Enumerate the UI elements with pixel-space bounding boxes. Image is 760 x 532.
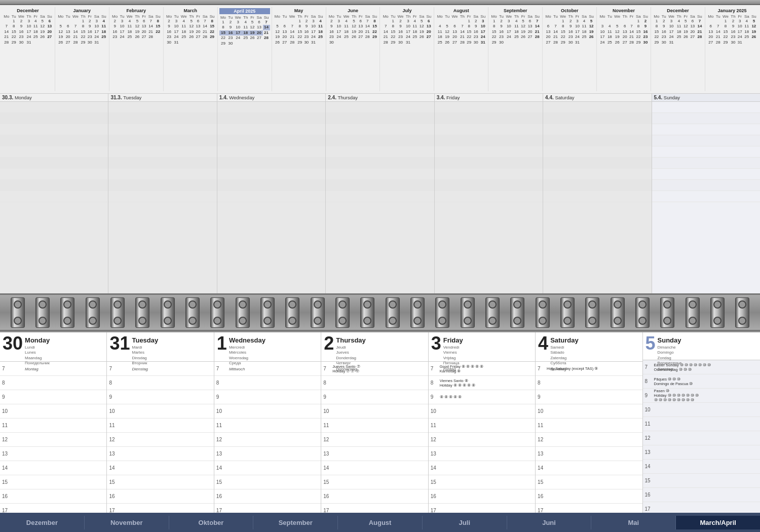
hour-row-4-8: 8Viernes Santo ⑧Holiday ⑧ ⑧ ⑧ ⑧ ⑧ — [429, 376, 535, 390]
ring-7 — [185, 297, 200, 328]
bottom-nav-item-4[interactable]: August — [338, 516, 423, 529]
hour-row-5-16: 16 — [536, 489, 642, 504]
bottom-nav-item-6[interactable]: Juni — [507, 516, 592, 529]
upper-day-header-3: 2.4. Thursday — [326, 94, 434, 101]
mini-cal-7: JulyMoTuWeThFrSaSu1234567891011121314151… — [380, 7, 434, 91]
bottom-nav-item-5[interactable]: Juli — [423, 516, 507, 529]
hour-row-3-15: 15 — [321, 475, 428, 489]
hour-row-3-11: 11 — [321, 419, 428, 433]
day-big-num-2: 1 — [217, 334, 227, 353]
line-row — [0, 135, 108, 146]
hour-row-6-7: 7Easter Sunday ⑩ ⑩ ⑩ ⑩ ⑩ ⑩ ⑩Ostersonntta… — [643, 360, 760, 374]
line-row — [543, 135, 651, 146]
bottom-nav[interactable]: DezemberNovemberOktoberSeptemberAugustJu… — [0, 513, 760, 532]
hour-row-1-8: 8 — [107, 376, 213, 390]
line-row — [435, 135, 543, 146]
ring-13 — [335, 297, 350, 328]
ring-9 — [236, 297, 250, 328]
page-header — [0, 0, 760, 5]
bottom-nav-item-8[interactable]: March/April — [676, 516, 760, 529]
hour-row-4-15: 15 — [429, 475, 535, 489]
line-row — [652, 102, 760, 113]
day-big-num-6: 5 — [645, 334, 656, 353]
line-row — [326, 135, 434, 146]
hour-row-2-10: 10 — [214, 404, 321, 419]
line-row — [543, 158, 651, 169]
hour-row-5-13: 13 — [536, 447, 642, 461]
ring-17 — [435, 297, 449, 328]
upper-lines-area — [0, 102, 760, 293]
hour-row-2-13: 13 — [214, 447, 321, 461]
line-row — [543, 191, 651, 202]
hour-row-0-16: 16 — [0, 489, 106, 504]
upper-day-header-0: 30.3. Monday — [0, 94, 108, 101]
hour-row-3-10: 10 — [321, 404, 428, 419]
mini-cal-container: DecemberMoTuWeThFrSaSu123456789101112131… — [0, 5, 760, 93]
bottom-nav-item-1[interactable]: November — [85, 516, 169, 529]
ring-binding — [0, 293, 760, 331]
lines-col-2 — [217, 102, 326, 293]
line-row — [0, 113, 108, 124]
ring-25 — [635, 297, 650, 328]
lines-col-6 — [652, 102, 760, 293]
hour-row-5-10: 10 — [536, 404, 642, 419]
bottom-nav-item-0[interactable]: Dezember — [0, 516, 85, 529]
line-row — [435, 102, 543, 113]
ring-0 — [11, 297, 25, 328]
line-row — [217, 158, 325, 169]
hour-row-2-14: 14 — [214, 461, 321, 475]
hour-row-0-12: 12 — [0, 433, 106, 447]
hour-row-3-8: 8 — [321, 376, 428, 390]
line-row — [652, 191, 760, 202]
hour-row-2-12: 12 — [214, 433, 321, 447]
ring-15 — [386, 297, 400, 328]
line-row — [0, 102, 108, 113]
bottom-nav-item-7[interactable]: Mai — [591, 516, 676, 529]
hour-row-4-7: 7Good Friday ⑧ ⑧ ⑧ ⑧ ⑧Karfreitag ⑧ — [429, 362, 535, 376]
day-header-1: 31TuesdayMardiMartesDinsdagВторникDienst… — [107, 332, 213, 362]
day-header-3: 2ThursdayJeudiJuevesDonderdagЧетвергDonn… — [321, 332, 428, 362]
mini-cal-8: AugustMoTuWeThFrSaSu12345678910111213141… — [434, 7, 488, 91]
ring-18 — [461, 297, 475, 328]
line-row — [0, 191, 108, 202]
bottom-nav-item-2[interactable]: Oktober — [169, 516, 254, 529]
mini-cal-11: NovemberMoTuWeThFrSaSu123456789101112131… — [597, 7, 651, 91]
bottom-nav-item-3[interactable]: September — [253, 516, 338, 529]
ring-1 — [35, 297, 50, 328]
ring-11 — [285, 297, 299, 328]
ring-19 — [485, 297, 500, 328]
hour-row-6-15: 15 — [643, 474, 760, 488]
hour-row-3-12: 12 — [321, 433, 428, 447]
hour-row-3-9: 9 — [321, 390, 428, 404]
ring-2 — [60, 297, 74, 328]
line-row — [543, 180, 651, 191]
line-row — [108, 169, 216, 180]
ring-12 — [311, 297, 325, 328]
line-row — [652, 180, 760, 191]
day-col-2: 1WednesdayMercrediMiércolesWoensdagСреда… — [214, 332, 321, 532]
day-header-0: 30MondayLundiLunesMaandagПонедельникMont… — [0, 332, 106, 362]
line-row — [217, 102, 325, 113]
ring-27 — [686, 297, 700, 328]
line-row — [652, 113, 760, 124]
hour-row-0-7: 7 — [0, 362, 106, 376]
hour-row-4-12: 12 — [429, 433, 535, 447]
ring-14 — [360, 297, 374, 328]
lines-col-0 — [0, 102, 108, 293]
hour-row-4-11: 11 — [429, 419, 535, 433]
mini-cal-0: DecemberMoTuWeThFrSaSu123456789101112131… — [1, 7, 55, 91]
day-col-5: 4SaturdaySamediSábadoZaterdagСубботаSams… — [536, 332, 642, 532]
line-row — [326, 158, 434, 169]
hour-row-2-8: 8 — [214, 376, 321, 390]
hour-row-5-11: 11 — [536, 419, 642, 433]
line-row — [652, 158, 760, 169]
day-header-2: 1WednesdayMercrediMiércolesWoensdagСреда… — [214, 332, 321, 362]
hour-row-2-9: 9 — [214, 390, 321, 404]
line-row — [0, 180, 108, 191]
hour-row-3-16: 16 — [321, 489, 428, 504]
ring-28 — [710, 297, 725, 328]
line-row — [217, 113, 325, 124]
hour-row-0-13: 13 — [0, 447, 106, 461]
mini-cal-12: DecemberMoTuWeThFrSaSu123456789101112131… — [651, 7, 705, 91]
hour-row-1-13: 13 — [107, 447, 213, 461]
